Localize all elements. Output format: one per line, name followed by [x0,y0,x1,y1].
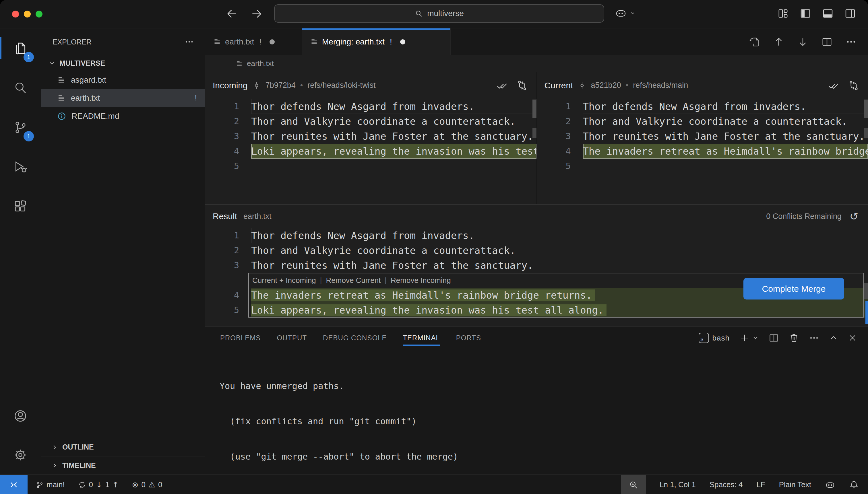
terminal-profile-chevron-icon[interactable] [752,335,759,341]
more-actions-icon[interactable] [846,36,856,48]
folder-root[interactable]: MULTIVERSE [41,55,205,71]
result-pane: Result earth.txt 0 Conflicts Remaining ↺… [205,205,868,326]
tab-earth-txt[interactable]: earth.txt ! [205,28,302,55]
panel-more-actions-icon[interactable] [809,333,819,343]
toggle-panel-icon[interactable] [822,8,834,19]
tab-conflict-flag: ! [390,37,392,46]
activity-bar: 1 1 [0,28,41,475]
incoming-pane: Incoming 7b972b4 • refs/heads/loki-twist… [205,72,536,204]
current-editor[interactable]: 1Thor defends New Asgard from invaders. … [537,99,868,204]
scrollbar-thumb[interactable] [864,99,868,118]
activity-source-control[interactable]: 1 [0,108,41,147]
explorer-badge: 1 [23,52,34,62]
bash-icon [699,333,709,343]
accept-all-incoming-icon[interactable] [496,80,508,91]
file-earth[interactable]: earth.txt ! [41,89,205,107]
copilot-menu[interactable] [615,7,635,19]
conflict-badge: ! [195,94,197,102]
zoom-window-button[interactable] [36,11,42,18]
previous-conflict-icon[interactable] [773,36,784,48]
kill-terminal-icon[interactable] [789,333,799,343]
code-line [251,159,536,174]
run-debug-icon [13,160,27,174]
error-count: 0 [141,480,145,489]
sync-status[interactable]: 0↓ 1↑ [78,480,119,489]
close-panel-icon[interactable] [848,334,857,343]
overview-ruler-mark [533,128,536,138]
toggle-secondary-sidebar-icon[interactable] [845,8,856,19]
editor-area: earth.txt ! Merging: earth.txt ! [205,28,868,475]
modified-dot-icon[interactable] [270,39,275,44]
compare-changes-icon[interactable] [516,80,528,91]
terminal-output[interactable]: You have unmerged paths. (fix conflicts … [205,349,868,494]
activity-explorer[interactable]: 1 [0,28,41,68]
result-editor[interactable]: 1Thor defends New Asgard from invaders. … [205,228,868,326]
forward-arrow-icon[interactable] [250,7,263,20]
accept-all-current-icon[interactable] [828,80,839,91]
overview-ruler-conflict-mark [865,301,868,324]
outline-section[interactable]: OUTLINE [41,438,205,456]
file-asgard[interactable]: asgard.txt [41,71,205,89]
toggle-primary-sidebar-icon[interactable] [800,8,811,19]
tab-ports[interactable]: PORTS [456,327,481,349]
chevron-right-icon [51,462,58,469]
terminal-profile[interactable]: bash [699,333,730,343]
chevron-down-icon [49,60,55,66]
action-remove-current[interactable]: Remove Current [326,273,381,288]
back-arrow-icon[interactable] [226,7,238,20]
code-line: Thor defends New Asgard from invaders. [583,99,868,114]
sync-icon [78,481,86,489]
tab-merging-earth-txt[interactable]: Merging: earth.txt ! [302,28,451,55]
merge-editor-top: Incoming 7b972b4 • refs/heads/loki-twist… [205,72,868,205]
outline-label: OUTLINE [62,443,94,451]
scrollbar-thumb[interactable] [864,283,868,299]
split-editor-icon[interactable] [821,36,832,48]
breadcrumb[interactable]: earth.txt [205,55,868,72]
tab-output[interactable]: OUTPUT [277,327,307,349]
result-file: earth.txt [243,212,272,221]
customize-layout-icon[interactable] [777,8,789,19]
scrollbar-thumb[interactable] [533,99,536,118]
complete-merge-button[interactable]: Complete Merge [743,278,844,300]
split-terminal-icon[interactable] [769,333,779,343]
compare-changes-icon[interactable] [848,80,860,91]
file-name: asgard.txt [71,75,106,84]
action-remove-incoming[interactable]: Remove Incoming [391,273,451,288]
tab-problems[interactable]: PROBLEMS [220,327,261,349]
close-window-button[interactable] [12,11,19,18]
activity-search[interactable] [0,68,41,108]
action-current-incoming[interactable]: Current + Incoming [252,273,316,288]
arrow-down-icon: ↓ [96,480,103,489]
search-icon [414,9,423,18]
minimize-window-button[interactable] [24,11,31,18]
timeline-section[interactable]: TIMELINE [41,456,205,475]
chevron-right-icon [51,444,58,450]
maximize-panel-icon[interactable] [829,334,838,343]
modified-dot-icon[interactable] [400,39,405,44]
terminal-line: You have unmerged paths. [220,380,868,392]
tab-debug-console[interactable]: DEBUG CONSOLE [323,327,387,349]
tab-terminal[interactable]: TERMINAL [403,327,440,349]
search-value: multiverse [427,9,464,18]
timeline-label: TIMELINE [62,461,96,470]
arrow-up-icon: ↑ [112,480,119,489]
incoming-editor[interactable]: 1Thor defends New Asgard from invaders. … [205,99,536,204]
code-line: Thor defends New Asgard from invaders. [251,228,868,243]
command-center-search[interactable]: multiverse [274,4,604,23]
search-icon [13,81,27,95]
undo-icon[interactable]: ↺ [850,211,858,222]
next-conflict-icon[interactable] [797,36,808,48]
activity-accounts[interactable] [0,397,41,436]
tab-bar: earth.txt ! Merging: earth.txt ! [205,28,868,55]
file-readme[interactable]: README.md [41,107,205,125]
new-terminal-icon[interactable] [739,333,750,343]
branch-status[interactable]: main! [36,480,65,489]
remote-indicator[interactable] [0,475,27,494]
activity-extensions[interactable] [0,187,41,226]
activity-settings[interactable] [0,436,41,475]
problems-status[interactable]: ⊗ 0 ⚠ 0 [132,480,163,489]
explorer-more-actions-icon[interactable] [184,37,194,47]
open-changes-icon[interactable] [749,36,760,48]
file-name: earth.txt [71,94,100,103]
activity-run-debug[interactable] [0,147,41,187]
